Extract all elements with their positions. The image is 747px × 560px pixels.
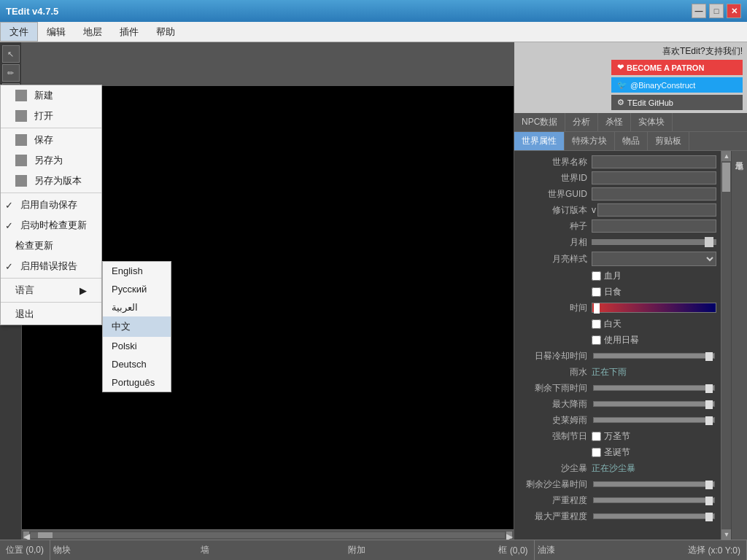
lang-polish[interactable]: Polski	[103, 337, 171, 355]
lang-chinese[interactable]: 中文	[103, 316, 171, 337]
prop-slagmoth-row: 史莱姆雨	[514, 412, 721, 428]
menu-layers[interactable]: 地层	[74, 22, 111, 42]
menu-edit[interactable]: 编辑	[38, 22, 74, 42]
severity-slider[interactable]	[593, 497, 715, 503]
hscroll-thumb[interactable]	[38, 532, 53, 538]
halloween-checkbox[interactable]	[592, 432, 601, 441]
right-panel-scrollbar[interactable]: ▲ ▼	[721, 151, 731, 540]
patron-button[interactable]: ❤ BECOME A PATRON	[611, 60, 743, 75]
status-position: 位置 (0,0)	[0, 540, 50, 560]
patron-icon: ❤	[617, 63, 624, 72]
menu-open[interactable]: 打开	[1, 106, 101, 126]
hscroll-left-btn[interactable]: ◀	[23, 532, 29, 539]
worldguid-label: 世界GUID	[519, 188, 592, 201]
moonphase-thumb[interactable]	[705, 237, 713, 247]
prop-daytime-row: 白天	[514, 316, 721, 332]
menu-save[interactable]: 保存	[1, 130, 101, 150]
rainremaining-thumb[interactable]	[705, 384, 713, 393]
christmas-checkbox[interactable]	[592, 448, 601, 457]
menu-plugins[interactable]: 插件	[111, 22, 147, 42]
lang-german[interactable]: Deutsch	[103, 355, 171, 373]
tab-item[interactable]: 物品	[615, 132, 648, 150]
menu-errorreport[interactable]: ✓ 启用错误报告	[1, 256, 101, 276]
sandstormremaining-thumb[interactable]	[705, 481, 713, 489]
menu-saveversion[interactable]: 另存为版本	[1, 171, 101, 191]
tab-worldprop[interactable]: 世界属性	[514, 132, 565, 150]
scrollbar-down-btn[interactable]: ▼	[721, 529, 732, 540]
restore-button[interactable]: □	[709, 4, 724, 18]
tab-specialblock[interactable]: 特殊方块	[565, 132, 615, 150]
prop-forceholiday-row: 强制节日 万圣节	[514, 428, 721, 444]
daytime-label: 白天	[604, 318, 622, 330]
maxseverity-label: 最大严重程度	[519, 510, 592, 523]
menu-autosave[interactable]: ✓ 启用自动保存	[1, 195, 101, 215]
revision-label: 修订版本	[519, 204, 592, 217]
slagmoth-thumb[interactable]	[705, 416, 713, 425]
tab-analyze[interactable]: 分析	[565, 113, 598, 131]
github-icon: ⚙	[617, 98, 624, 107]
scrollbar-thumb[interactable]	[722, 163, 730, 192]
worldid-input[interactable]	[592, 171, 716, 184]
worldname-input[interactable]	[592, 155, 716, 168]
paint-tool-icon[interactable]: ✏	[2, 64, 20, 82]
title-bar: TEdit v4.7.5 — □ ✕	[0, 0, 747, 22]
lang-portuguese[interactable]: Português	[103, 373, 171, 392]
scrollbar-up-btn[interactable]: ▲	[721, 151, 732, 161]
slagmoth-label: 史莱姆雨	[519, 414, 592, 427]
daytime-checkbox[interactable]	[592, 319, 601, 329]
vertical-tab[interactable]: 地形显示	[731, 151, 747, 540]
forceholiday-label: 强制节日	[519, 430, 592, 443]
tab-entity[interactable]: 实体块	[631, 113, 673, 131]
tab-clipboard[interactable]: 剪贴板	[648, 132, 689, 150]
right-panel-inner: 世界名称 世界ID 世界GUID	[514, 151, 747, 540]
menu-checkupdate[interactable]: ✓ 启动时检查更新	[1, 215, 101, 236]
slagmoth-slider[interactable]	[593, 417, 715, 423]
moonphase-slider[interactable]	[592, 239, 716, 245]
time-bar[interactable]	[592, 303, 716, 313]
lang-english[interactable]: English	[103, 262, 171, 280]
maxrain-slider[interactable]	[593, 401, 715, 407]
sandstormremaining-slider[interactable]	[593, 481, 715, 487]
severity-thumb[interactable]	[705, 497, 713, 505]
github-button[interactable]: ⚙ TEdit GitHub	[611, 95, 743, 110]
sandstormremaining-label: 剩余沙尘暴时间	[519, 478, 592, 491]
prop-revision-row: 修订版本 v	[514, 202, 721, 218]
eclipse-checkbox[interactable]	[592, 287, 601, 297]
menu-saveas[interactable]: 另存为	[1, 150, 101, 171]
tab-npc[interactable]: NPC数据	[514, 113, 565, 131]
sundial-checkbox[interactable]	[592, 335, 601, 345]
revision-input[interactable]	[597, 203, 716, 217]
moonstyle-label: 月亮样式	[519, 253, 592, 265]
title-bar-buttons: — □ ✕	[692, 4, 741, 18]
bloodmoon-checkbox[interactable]	[592, 271, 601, 281]
menu-language[interactable]: 语言 ▶	[1, 280, 101, 300]
severity-label: 严重程度	[519, 494, 592, 507]
maxseverity-thumb[interactable]	[705, 513, 713, 521]
lang-russian[interactable]: Русский	[103, 280, 171, 298]
tab-kill[interactable]: 杀怪	[598, 113, 631, 131]
minimize-button[interactable]: —	[692, 4, 706, 18]
sundialcooldown-slider[interactable]	[593, 353, 715, 359]
prop-worldid-row: 世界ID	[514, 170, 721, 186]
menu-help[interactable]: 帮助	[147, 22, 184, 42]
cursor-tool-icon[interactable]: ↖	[2, 45, 20, 63]
maxrain-thumb[interactable]	[705, 400, 713, 409]
seed-input[interactable]	[592, 219, 716, 233]
status-bar: 位置 (0,0) 物块 墙 附加 框 (0,0) 油漆 选择 (x:0 Y:0)	[0, 540, 747, 560]
menu-file[interactable]: 文件	[0, 22, 38, 42]
worldguid-input[interactable]	[592, 187, 716, 201]
lang-arabic[interactable]: العربية	[103, 298, 171, 316]
horizontal-scrollbar[interactable]: ◀ ▶	[22, 529, 514, 540]
menu-checkupdatenow[interactable]: 检查更新	[1, 236, 101, 256]
menu-exit[interactable]: 退出	[1, 304, 101, 324]
moonstyle-select[interactable]	[592, 252, 716, 266]
twitter-button[interactable]: 🐦 @BinaryConstruct	[611, 77, 743, 93]
maxseverity-slider[interactable]	[593, 513, 715, 519]
rainremaining-slider[interactable]	[593, 385, 715, 391]
language-submenu: English Русский العربية 中文 Polski Deutsc…	[102, 261, 171, 392]
sundialcooldown-thumb[interactable]	[705, 352, 713, 361]
prop-maxseverity-row: 最大严重程度	[514, 508, 721, 524]
menu-new[interactable]: 新建	[1, 85, 101, 106]
hscroll-right-btn[interactable]: ▶	[506, 532, 512, 539]
close-button[interactable]: ✕	[727, 4, 741, 18]
